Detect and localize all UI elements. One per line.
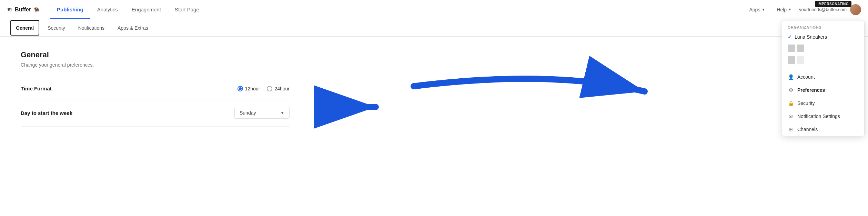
logo-emoji: 🦬 — [34, 7, 40, 12]
apps-chevron-icon: ▼ — [761, 8, 765, 11]
preferences-label: Preferences — [797, 87, 825, 93]
dropdown-account[interactable]: 👤 Account — [782, 70, 864, 84]
security-label: Security — [797, 100, 815, 106]
person-icon: 👤 — [788, 74, 794, 80]
radio-12hour-circle — [238, 86, 243, 91]
radio-24hour-label: 24hour — [274, 86, 290, 91]
section-desc: Change your general preferences. — [21, 62, 290, 68]
org-icon-1 — [788, 45, 795, 52]
envelope-icon: ✉ — [788, 113, 794, 119]
day-start-row: Day to start the week Sunday ▼ — [21, 99, 290, 127]
top-nav: ≋ Buffer 🦬 Publishing Analytics Engageme… — [0, 0, 868, 19]
org-name: Luna Sneakers — [795, 34, 827, 40]
divider-1 — [782, 68, 864, 68]
dropdown-menu: Organizations ✓ Luna Sneakers 👤 Account … — [782, 21, 865, 136]
dropdown-channels[interactable]: ⊞ Channels — [782, 123, 864, 136]
dropdown-notification-settings[interactable]: ✉ Notification Settings — [782, 110, 864, 123]
org-icons-row1 — [782, 42, 864, 54]
section-title: General — [21, 50, 290, 59]
logo-text: Buffer — [15, 7, 31, 13]
nav-tab-start-page[interactable]: Start Page — [168, 0, 206, 19]
nav-tabs: Publishing Analytics Engagement Start Pa… — [50, 0, 206, 19]
sub-nav: General Security Notifications Apps & Ex… — [0, 19, 868, 37]
time-format-row: Time Format 12hour 24hour — [21, 78, 290, 99]
org-icon-4 — [797, 56, 804, 64]
org-icons-row2 — [782, 54, 864, 66]
radio-12hour-label: 12hour — [245, 86, 260, 91]
account-label: Account — [797, 74, 815, 80]
time-format-label: Time Format — [21, 86, 124, 91]
radio-12hour[interactable]: 12hour — [238, 86, 260, 91]
time-format-controls: 12hour 24hour — [238, 86, 290, 91]
sub-tab-apps-extras[interactable]: Apps & Extras — [113, 20, 153, 37]
notification-settings-label: Notification Settings — [797, 114, 840, 119]
logo-area[interactable]: ≋ Buffer 🦬 — [7, 6, 40, 13]
radio-24hour-circle — [267, 86, 272, 91]
nav-tab-engagement[interactable]: Engagement — [125, 0, 168, 19]
help-chevron-icon: ▼ — [788, 8, 791, 11]
nav-tab-publishing[interactable]: Publishing — [50, 0, 90, 19]
user-avatar[interactable] — [850, 4, 861, 15]
grid-icon: ⊞ — [788, 126, 794, 132]
channels-label: Channels — [797, 127, 818, 132]
dropdown-security[interactable]: 🔒 Security — [782, 97, 864, 110]
dropdown-preferences[interactable]: ⚙ Preferences — [782, 84, 864, 97]
day-start-label: Day to start the week — [21, 110, 124, 116]
org-icon-3 — [788, 56, 795, 64]
org-luna-sneakers[interactable]: ✓ Luna Sneakers — [782, 31, 864, 42]
org-icon-2 — [797, 45, 804, 52]
day-start-select[interactable]: Sunday ▼ — [234, 107, 290, 119]
avatar-image — [850, 4, 861, 15]
impersonating-badge: IMPERSONATING — [815, 1, 851, 7]
nav-tab-analytics[interactable]: Analytics — [90, 0, 125, 19]
gear-icon: ⚙ — [788, 87, 794, 93]
sub-tab-notifications[interactable]: Notifications — [73, 20, 109, 37]
org-check-icon: ✓ — [788, 34, 792, 40]
apps-button[interactable]: Apps ▼ — [745, 5, 769, 14]
radio-24hour[interactable]: 24hour — [267, 86, 290, 91]
organizations-label: Organizations — [782, 21, 864, 31]
day-start-value: Sunday — [240, 110, 256, 116]
main-content: General Change your general preferences.… — [0, 37, 310, 140]
lock-icon: 🔒 — [788, 100, 794, 106]
help-button[interactable]: Help ▼ — [773, 5, 796, 14]
user-email: yourfriends@buffer.com — [799, 7, 847, 12]
sub-tab-security[interactable]: Security — [43, 20, 70, 37]
day-start-chevron-icon: ▼ — [280, 110, 284, 115]
buffer-logo-icon: ≋ — [7, 6, 12, 13]
sub-tab-general[interactable]: General — [10, 20, 39, 36]
